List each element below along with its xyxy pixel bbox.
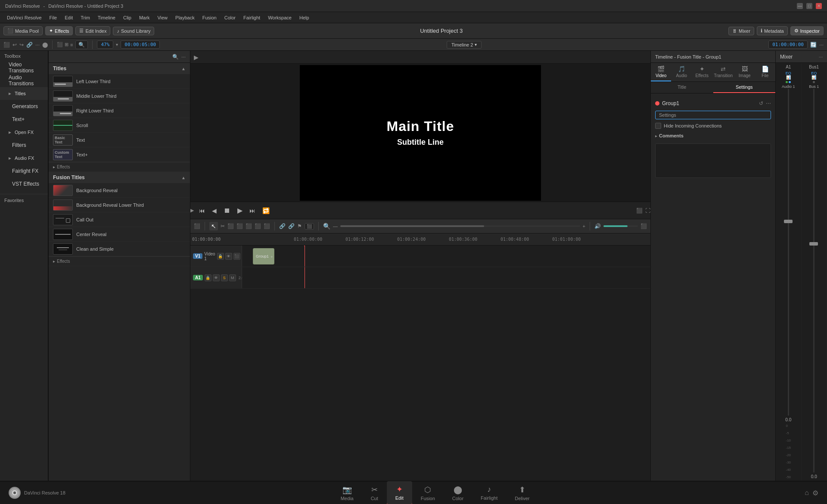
razor-tool-btn[interactable]: ⬛: [227, 223, 234, 229]
mixer-bus1-fader[interactable]: [809, 242, 818, 246]
zoom-in-icon[interactable]: 🔍: [323, 223, 330, 230]
loop-btn[interactable]: 🔁: [261, 205, 271, 216]
inspector-audio-tab[interactable]: 🎵 Audio: [671, 63, 691, 81]
mixer-a1-eq[interactable]: EQ: [786, 71, 791, 75]
audio-fx-item[interactable]: ▸ Audio FX: [0, 152, 48, 165]
menu-file[interactable]: File: [46, 14, 61, 22]
title-subtab[interactable]: Title: [651, 82, 713, 93]
undo-btn[interactable]: ↩: [12, 42, 17, 48]
middle-lower-third-item[interactable]: Middle Lower Third: [49, 89, 190, 103]
toolbar-inspector-btn[interactable]: ⚙ Inspector: [790, 26, 824, 35]
menu-trim[interactable]: Trim: [77, 14, 93, 22]
menu-mark[interactable]: Mark: [136, 14, 153, 22]
effects-sub-header-2[interactable]: ▸ Effects: [49, 258, 190, 265]
stop-btn[interactable]: ⏹: [222, 205, 232, 216]
hide-incoming-checkbox[interactable]: [655, 123, 661, 129]
inspector-video-tab[interactable]: 🎬 Video: [651, 63, 671, 81]
play-btn[interactable]: ▶: [236, 205, 244, 216]
vst-effects-item[interactable]: VST Effects: [0, 177, 48, 190]
video-transitions-item[interactable]: Video Transitions: [0, 61, 48, 74]
prev-nav-icon[interactable]: ▶: [194, 54, 199, 61]
nav-fairlight[interactable]: ♪ Fairlight: [472, 482, 506, 504]
nav-media[interactable]: 📷 Media: [332, 482, 362, 504]
fairlight-fx-item[interactable]: Fairlight FX: [0, 165, 48, 177]
v1-lock-btn[interactable]: 🔒: [217, 253, 224, 260]
toolbar-metadata-btn[interactable]: ℹ Metadata: [757, 26, 788, 35]
skip-start-btn[interactable]: ⏮: [197, 205, 207, 216]
ripple-tool-btn[interactable]: ⬛: [236, 223, 243, 229]
mixer-bus1-eq[interactable]: EQ: [811, 71, 817, 75]
timeline-selector[interactable]: Timeline 2 ▾: [447, 41, 482, 49]
settings-subtab[interactable]: Settings: [713, 82, 776, 93]
inspector-image-tab[interactable]: 🖼 Image: [734, 63, 755, 81]
v1-eye-btn[interactable]: 👁: [225, 253, 232, 260]
menu-timeline[interactable]: Timeline: [94, 14, 119, 22]
menu-edit[interactable]: Edit: [61, 14, 76, 22]
slip-tool-btn[interactable]: ⬛: [255, 223, 261, 229]
search-box[interactable]: 🔍: [75, 40, 88, 49]
fusion-titles-header[interactable]: Fusion Titles ▲: [49, 172, 190, 183]
inspector-file-tab[interactable]: 📄 File: [755, 63, 775, 81]
nav-color[interactable]: ⬤ Color: [444, 482, 472, 504]
snapping-btn[interactable]: 🔗: [288, 223, 295, 229]
skip-end-btn[interactable]: ⏭: [248, 205, 257, 216]
fullscreen-btn[interactable]: ⛶: [645, 208, 650, 214]
blade-tool-btn[interactable]: ✂: [221, 223, 225, 229]
volume-icon[interactable]: 🔊: [594, 223, 601, 229]
flag-btn[interactable]: ⚑: [297, 223, 302, 229]
view-btn-2[interactable]: ⊞: [65, 42, 68, 47]
link-clips-btn[interactable]: 🔗: [279, 223, 286, 229]
redo-btn[interactable]: ↪: [19, 42, 24, 48]
effects-sub-header-1[interactable]: ▸ Effects: [49, 163, 190, 171]
audio-transitions-item[interactable]: Audio Transitions: [0, 74, 48, 87]
right-lower-third-item[interactable]: Right Lower Third: [49, 103, 190, 118]
group1-clip[interactable]: Group1 ⬦: [253, 248, 274, 264]
settings-btn[interactable]: ⚙: [812, 489, 818, 497]
zoom-dropdown-icon[interactable]: ▾: [116, 42, 118, 47]
nav-edit[interactable]: ✦ Edit: [387, 481, 412, 504]
background-reveal-lt-item[interactable]: Background Reveal Lower Third: [49, 198, 190, 212]
text-item[interactable]: Basic Text Text: [49, 133, 190, 147]
mixer-more-icon[interactable]: ···: [819, 54, 823, 59]
inspector-more-icon[interactable]: ⋯: [766, 100, 771, 106]
link-icon[interactable]: 🔗: [26, 42, 33, 48]
toolbar-edit-index-btn[interactable]: ☰ Edit Index: [75, 26, 110, 35]
toolbox-nav-item[interactable]: Toolbox: [0, 51, 48, 61]
effects-nav-item[interactable]: Text+: [0, 113, 48, 126]
open-fx-item[interactable]: ▸ Open FX: [0, 126, 48, 139]
center-reveal-item[interactable]: Center Reveal: [49, 227, 190, 242]
comments-textarea[interactable]: [655, 143, 771, 178]
menu-fairlight[interactable]: Fairlight: [240, 14, 264, 22]
toolbox-more-icon[interactable]: ···: [181, 54, 186, 60]
maximize-button[interactable]: □: [806, 3, 812, 9]
textplus-item[interactable]: Custom Text Text+: [49, 147, 190, 162]
mixer-a1-fader[interactable]: [784, 220, 793, 223]
titles-nav-item[interactable]: ▸ Titles: [0, 87, 48, 100]
toolbox-search-icon[interactable]: 🔍: [172, 54, 179, 60]
minimize-button[interactable]: —: [797, 3, 803, 9]
track-height-control[interactable]: ⬛: [305, 223, 314, 230]
sync-icon[interactable]: 🔄: [810, 42, 817, 48]
clean-simple-item[interactable]: Clean and Simple: [49, 242, 190, 256]
window-btn[interactable]: ⬛: [636, 208, 643, 214]
nav-fusion[interactable]: ⬡ Fusion: [412, 482, 444, 504]
slide-tool-btn[interactable]: ⬛: [264, 223, 270, 229]
view-btn-1[interactable]: ⬛: [57, 42, 63, 47]
timeline-media-icon[interactable]: ⬛: [194, 223, 200, 229]
a1-s-btn[interactable]: S: [221, 274, 228, 281]
scroll-item[interactable]: Scroll: [49, 118, 190, 133]
a1-m-btn[interactable]: M: [229, 274, 236, 281]
generators-item[interactable]: Generators: [0, 100, 48, 113]
a1-lock-btn[interactable]: 🔒: [205, 274, 211, 281]
menu-playback[interactable]: Playback: [172, 14, 198, 22]
menu-help[interactable]: Help: [296, 14, 313, 22]
nav-cut[interactable]: ✂ Cut: [362, 482, 387, 504]
menu-color[interactable]: Color: [221, 14, 239, 22]
menu-fusion[interactable]: Fusion: [199, 14, 220, 22]
view-btn-3[interactable]: ≡: [70, 42, 73, 47]
menu-clip[interactable]: Clip: [120, 14, 135, 22]
toolbar-media-pool-btn[interactable]: ⬛ Media Pool: [3, 26, 43, 35]
audio-slider[interactable]: [603, 225, 638, 227]
background-reveal-item[interactable]: Background Reveal: [49, 183, 190, 198]
close-button[interactable]: ✕: [816, 3, 822, 9]
